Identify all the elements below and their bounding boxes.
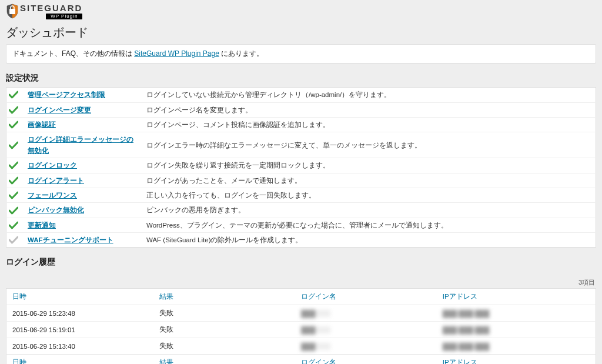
redacted-login: ███	[301, 326, 330, 333]
check-enabled-icon	[9, 91, 21, 99]
history-heading: ログイン履歴	[6, 257, 596, 268]
settings-desc: ログインエラー時の詳細なエラーメッセージに変えて、単一のメッセージを返します。	[144, 132, 596, 158]
check-enabled-icon	[9, 191, 21, 199]
cell-result: 失敗	[153, 322, 295, 338]
cell-datetime: 2015-06-29 15:13:40	[6, 338, 154, 355]
col-datetime[interactable]: 日時	[6, 289, 154, 305]
settings-desc: WAF (SiteGuard Lite)の除外ルールを作成します。	[144, 233, 596, 248]
check-disabled-icon	[9, 236, 21, 244]
svg-rect-0	[9, 9, 15, 14]
check-enabled-icon	[9, 106, 21, 114]
settings-row: 画像認証ログインページ、コメント投稿に画像認証を追加します。	[6, 117, 596, 132]
redacted-login: ███	[301, 343, 330, 350]
redacted-ip: ███.███.███	[443, 310, 490, 317]
settings-link[interactable]: 画像認証	[28, 121, 56, 128]
settings-link[interactable]: ログイン詳細エラーメッセージの無効化	[28, 136, 133, 153]
info-box: ドキュメント、FAQ、その他の情報は SiteGuard WP Plugin P…	[6, 44, 596, 64]
info-post: にあります。	[219, 49, 263, 58]
settings-name-cell: ログインページ変更	[25, 102, 144, 117]
brand-sub: WP Plugin	[46, 14, 82, 19]
cell-ip: ███.███.███	[437, 338, 596, 355]
settings-row: フェールワンス正しい入力を行っても、ログインを一回失敗します。	[6, 188, 596, 202]
settings-desc: WordPress、プラグイン、テーマの更新が必要になった場合に、管理者にメール…	[144, 218, 596, 232]
col-result-foot[interactable]: 結果	[153, 355, 295, 364]
brand-text: SITEGUARD WP Plugin	[20, 4, 82, 19]
settings-row: ピンバック無効化ピンバックの悪用を防ぎます。	[6, 203, 596, 218]
redacted-ip: ███.███.███	[443, 326, 490, 333]
cell-result: 失敗	[153, 305, 295, 322]
settings-name-cell: ログイン詳細エラーメッセージの無効化	[25, 132, 144, 158]
page-title: ダッシュボード	[6, 25, 596, 41]
status-icon-cell	[6, 117, 26, 132]
settings-name-cell: 画像認証	[25, 117, 144, 132]
settings-link[interactable]: ログインアラート	[28, 177, 84, 184]
settings-row: 更新通知WordPress、プラグイン、テーマの更新が必要になった場合に、管理者…	[6, 218, 596, 232]
settings-name-cell: 管理ページアクセス制限	[25, 88, 144, 102]
settings-table: 管理ページアクセス制限ログインしていない接続元から管理ディレクトリ（/wp-ad…	[6, 87, 596, 248]
col-result[interactable]: 結果	[153, 289, 295, 305]
settings-link[interactable]: フェールワンス	[28, 192, 77, 199]
settings-name-cell: フェールワンス	[25, 188, 144, 202]
cell-login: ███	[295, 305, 437, 322]
check-enabled-icon	[9, 221, 21, 229]
history-row: 2015-06-29 15:19:01失敗██████.███.███	[6, 322, 596, 338]
col-login-foot[interactable]: ログイン名	[295, 355, 437, 364]
col-datetime-foot[interactable]: 日時	[6, 355, 154, 364]
status-icon-cell	[6, 203, 26, 218]
cell-login: ███	[295, 322, 437, 338]
settings-desc: 正しい入力を行っても、ログインを一回失敗します。	[144, 188, 596, 202]
settings-row: ログインロックログイン失敗を繰り返す接続元を一定期間ロックします。	[6, 158, 596, 173]
history-count-top: 3項目	[6, 278, 595, 287]
history-footer-row: 日時 結果 ログイン名 IPアドレス	[6, 355, 596, 364]
settings-desc: ログインしていない接続元から管理ディレクトリ（/wp-admin/）を守ります。	[144, 88, 596, 102]
settings-row: ログインアラートログインがあったことを、メールで通知します。	[6, 173, 596, 188]
col-ip[interactable]: IPアドレス	[437, 289, 596, 305]
settings-desc: ログインページ、コメント投稿に画像認証を追加します。	[144, 117, 596, 132]
settings-name-cell: 更新通知	[25, 218, 144, 232]
status-icon-cell	[6, 102, 26, 117]
settings-desc: ピンバックの悪用を防ぎます。	[144, 203, 596, 218]
brand-logo: SITEGUARD WP Plugin	[6, 2, 596, 20]
settings-name-cell: WAFチューニングサポート	[25, 233, 144, 248]
cell-datetime: 2015-06-29 15:19:01	[6, 322, 154, 338]
shield-icon	[6, 4, 19, 19]
settings-row: ログイン詳細エラーメッセージの無効化ログインエラー時の詳細なエラーメッセージに変…	[6, 132, 596, 158]
settings-name-cell: ピンバック無効化	[25, 203, 144, 218]
check-enabled-icon	[9, 176, 21, 185]
settings-heading: 設定状況	[6, 73, 596, 84]
redacted-ip: ███.███.███	[443, 343, 490, 350]
check-enabled-icon	[9, 121, 21, 129]
settings-name-cell: ログインロック	[25, 158, 144, 173]
settings-link[interactable]: 管理ページアクセス制限	[28, 91, 105, 98]
info-pre: ドキュメント、FAQ、その他の情報は	[12, 49, 134, 58]
check-enabled-icon	[9, 206, 21, 215]
cell-datetime: 2015-06-29 15:23:48	[6, 305, 154, 322]
settings-link[interactable]: ピンバック無効化	[28, 206, 84, 213]
settings-link[interactable]: ログインページ変更	[28, 106, 91, 113]
dashboard-page: SITEGUARD WP Plugin ダッシュボード ドキュメント、FAQ、そ…	[0, 0, 602, 364]
settings-link[interactable]: WAFチューニングサポート	[28, 236, 113, 243]
status-icon-cell	[6, 88, 26, 102]
col-ip-foot[interactable]: IPアドレス	[437, 355, 596, 364]
status-icon-cell	[6, 188, 26, 202]
col-login[interactable]: ログイン名	[295, 289, 437, 305]
settings-name-cell: ログインアラート	[25, 173, 144, 188]
settings-desc: ログインページ名を変更します。	[144, 102, 596, 117]
status-icon-cell	[6, 218, 26, 232]
status-icon-cell	[6, 233, 26, 248]
cell-ip: ███.███.███	[437, 322, 596, 338]
settings-desc: ログイン失敗を繰り返す接続元を一定期間ロックします。	[144, 158, 596, 173]
cell-login: ███	[295, 338, 437, 355]
check-enabled-icon	[9, 141, 21, 149]
settings-row: ログインページ変更ログインページ名を変更します。	[6, 102, 596, 117]
settings-link[interactable]: ログインロック	[28, 162, 77, 169]
settings-link[interactable]: 更新通知	[28, 222, 56, 229]
settings-row: 管理ページアクセス制限ログインしていない接続元から管理ディレクトリ（/wp-ad…	[6, 88, 596, 102]
history-table: 日時 結果 ログイン名 IPアドレス 2015-06-29 15:23:48失敗…	[6, 288, 596, 364]
cell-ip: ███.███.███	[437, 305, 596, 322]
status-icon-cell	[6, 132, 26, 158]
brand-name: SITEGUARD	[20, 4, 82, 12]
plugin-page-link[interactable]: SiteGuard WP Plugin Page	[134, 49, 219, 58]
settings-desc: ログインがあったことを、メールで通知します。	[144, 173, 596, 188]
status-icon-cell	[6, 173, 26, 188]
